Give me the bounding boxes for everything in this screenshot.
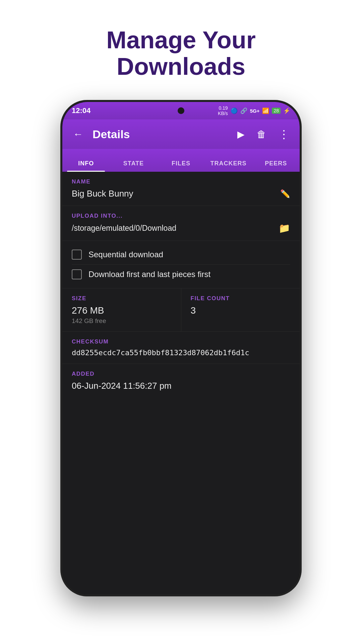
size-value: 276 MB [72,305,172,316]
toolbar-actions: ▶ 🗑 ⋮ [235,125,292,143]
toolbar: ← Details ▶ 🗑 ⋮ [62,119,300,149]
name-value: Big Buck Bunny [72,189,133,199]
tab-trackers[interactable]: TRACKERS [205,160,252,172]
network-type-icon: 5G+ [250,108,260,114]
sequential-download-label: Sequential download [88,250,163,259]
stats-section: SIZE 276 MB 142 GB free FILE COUNT 3 [62,288,300,332]
signal-icon: 📶 [262,107,269,114]
hero-title-line1: Manage Your [106,26,255,53]
first-last-pieces-checkbox[interactable] [72,269,82,279]
file-count-label: FILE COUNT [191,295,291,302]
delete-button[interactable]: 🗑 [255,127,268,142]
name-row: Big Buck Bunny ✏️ [72,189,290,199]
play-button[interactable]: ▶ [235,127,247,142]
upload-row: /storage/emulated/0/Download 📁 [72,223,290,234]
size-stat: SIZE 276 MB 142 GB free [62,288,181,331]
added-value: 06-Jun-2024 11:56:27 pm [72,381,290,391]
checksum-section: CHECKSUM dd8255ecdc7ca55fb0bbf81323d8706… [62,332,300,364]
file-count-value: 3 [191,305,291,316]
sequential-download-row: Sequential download [72,245,290,264]
bluetooth-icon: 🔵 [231,107,238,114]
tab-info[interactable]: INFO [62,160,110,172]
more-button[interactable]: ⋮ [276,125,292,143]
file-count-stat: FILE COUNT 3 [181,288,300,331]
back-button[interactable]: ← [70,126,86,143]
status-speed-icon: 0.19KB/s [218,105,228,117]
status-icons: 0.19KB/s 🔵 🔗 5G+ 📶 28 ⚡ [218,105,290,117]
tab-bar: INFO STATE FILES TRACKERS PEERS [62,149,300,172]
checksum-value: dd8255ecdc7ca55fb0bbf81323d87062db1f6d1c [72,348,290,357]
checksum-label: CHECKSUM [72,338,290,345]
name-section: NAME Big Buck Bunny ✏️ [62,172,300,206]
upload-section: UPLOAD INTO... /storage/emulated/0/Downl… [62,206,300,241]
edit-name-button[interactable]: ✏️ [280,189,290,199]
toolbar-title: Details [93,128,230,141]
content-area: NAME Big Buck Bunny ✏️ UPLOAD INTO... /s… [62,172,300,594]
upload-label: UPLOAD INTO... [72,213,290,219]
tab-peers[interactable]: PEERS [252,160,300,172]
page-hero-title: Manage Your Downloads [64,27,298,80]
added-label: ADDED [72,371,290,377]
options-section: Sequential download Download first and l… [62,241,300,288]
first-last-pieces-label: Download first and last pieces first [88,270,210,279]
phone-mockup: 12:04 0.19KB/s 🔵 🔗 5G+ 📶 28 ⚡ ← Details … [60,100,302,596]
battery-icon: 28 [272,108,281,114]
sequential-download-checkbox[interactable] [72,250,82,260]
status-time: 12:04 [72,106,90,115]
charging-icon: ⚡ [283,107,290,114]
hero-title-line2: Downloads [117,53,245,80]
phone-camera [178,107,184,114]
tab-state[interactable]: STATE [110,160,158,172]
choose-folder-button[interactable]: 📁 [279,223,290,234]
name-label: NAME [72,178,290,185]
added-section: ADDED 06-Jun-2024 11:56:27 pm [62,364,300,398]
size-free: 142 GB free [72,317,172,325]
phone-screen: 12:04 0.19KB/s 🔵 🔗 5G+ 📶 28 ⚡ ← Details … [62,102,300,594]
vpn-icon: 🔗 [240,107,247,114]
upload-value: /storage/emulated/0/Download [72,224,176,233]
first-last-pieces-row: Download first and last pieces first [72,264,290,284]
size-label: SIZE [72,295,172,302]
tab-files[interactable]: FILES [157,160,205,172]
